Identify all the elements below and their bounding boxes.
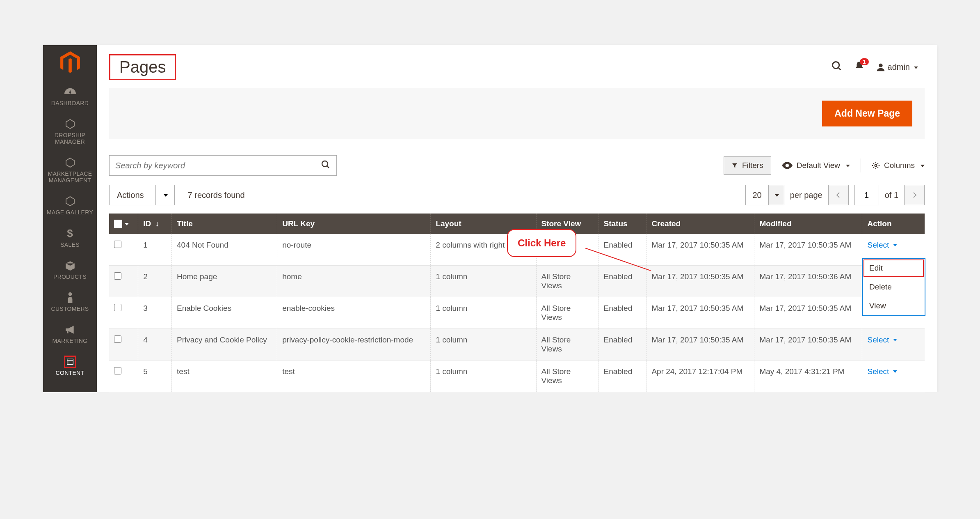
sidebar-item-label: MARKETING: [53, 338, 88, 344]
person-icon: [64, 292, 76, 304]
sidebar-item-label: DASHBOARD: [51, 100, 89, 106]
layout-icon: [64, 356, 76, 368]
sidebar-item-sales[interactable]: $SALES: [43, 222, 97, 254]
next-page-button[interactable]: [904, 185, 925, 205]
grid-controls-bottom: Actions 7 records found 20 per page of 1: [97, 185, 937, 214]
cell-url-key: enable-cookies: [277, 297, 431, 329]
mass-actions-label: Actions: [110, 191, 155, 200]
hexagon-icon: [64, 195, 76, 207]
sidebar-item-marketplace-management[interactable]: MARKETPLACE MANAGEMENT: [43, 151, 97, 189]
row-checkbox[interactable]: [114, 335, 121, 343]
cell-store-view: All Store Views: [536, 361, 599, 392]
callout-click-here: Click Here: [507, 229, 576, 257]
row-action-select[interactable]: Select: [867, 335, 897, 344]
column-header-created[interactable]: Created: [646, 214, 754, 234]
search-submit-icon[interactable]: [321, 160, 331, 172]
cell-status: Enabled: [599, 361, 646, 392]
cell-id: 2: [138, 266, 172, 297]
callout-connector: [585, 248, 651, 273]
cell-layout: 1 column: [431, 297, 536, 329]
cell-created: Mar 17, 2017 10:50:35 AM: [646, 234, 754, 266]
sidebar-item-customers[interactable]: CUSTOMERS: [43, 286, 97, 318]
sidebar-item-label: MARKETPLACE MANAGEMENT: [45, 170, 95, 184]
column-header-id[interactable]: ID ↓: [138, 214, 172, 234]
sidebar-item-dashboard[interactable]: DASHBOARD: [43, 80, 97, 112]
filters-button[interactable]: Filters: [724, 156, 771, 175]
row-checkbox[interactable]: [114, 272, 121, 280]
page-number-input[interactable]: [854, 185, 879, 205]
page-title: Pages: [109, 54, 176, 80]
sidebar-item-label: PRODUCTS: [53, 273, 87, 280]
svg-line-8: [838, 68, 841, 70]
sort-arrow-icon: ↓: [155, 219, 160, 228]
sidebar-item-marketing[interactable]: MARKETING: [43, 318, 97, 350]
mass-actions-dropdown[interactable]: Actions: [109, 185, 175, 205]
cell-status: Enabled: [599, 297, 646, 329]
cell-modified: Mar 17, 2017 10:50:36 AM: [754, 266, 862, 297]
chevron-down-icon[interactable]: [768, 185, 784, 205]
package-icon: [64, 260, 76, 272]
row-action-select[interactable]: Select: [867, 367, 897, 376]
cell-modified: Mar 17, 2017 10:50:35 AM: [754, 234, 862, 266]
action-menu-edit[interactable]: Edit: [863, 259, 925, 278]
table-row: 3Enable Cookiesenable-cookies1 columnAll…: [109, 297, 925, 329]
columns-label: Columns: [884, 161, 915, 170]
select-all-checkbox[interactable]: [114, 220, 122, 228]
column-header-checkbox[interactable]: [109, 214, 138, 234]
row-checkbox[interactable]: [114, 367, 121, 374]
cell-store-view: All Store Views: [536, 329, 599, 361]
search-icon[interactable]: [831, 60, 843, 74]
columns-button[interactable]: Columns: [872, 161, 925, 170]
sidebar-item-dropship-manager[interactable]: DROPSHIP MANAGER: [43, 112, 97, 151]
gear-icon: [872, 161, 880, 170]
row-checkbox[interactable]: [114, 241, 121, 248]
svg-line-11: [327, 166, 329, 168]
page-actions-bar: Add New Page: [109, 88, 925, 139]
sidebar-item-label: CONTENT: [56, 370, 85, 376]
pages-grid: ID ↓TitleURL KeyLayoutStore ViewStatusCr…: [109, 214, 925, 392]
pagination: 20 per page of 1: [745, 185, 925, 205]
app-frame: DASHBOARDDROPSHIP MANAGERMARKETPLACE MAN…: [43, 45, 937, 392]
per-page-select[interactable]: 20: [745, 185, 784, 205]
svg-marker-2: [66, 197, 74, 206]
magento-logo[interactable]: [43, 45, 97, 80]
row-action-select[interactable]: Select: [867, 241, 897, 250]
cell-id: 4: [138, 329, 172, 361]
hexagon-icon: [64, 118, 76, 130]
chevron-down-icon[interactable]: [123, 219, 129, 228]
chevron-down-icon[interactable]: [155, 185, 174, 205]
column-header-modified[interactable]: Modified: [754, 214, 862, 234]
cell-modified: May 4, 2017 4:31:21 PM: [754, 361, 862, 392]
column-header-title[interactable]: Title: [172, 214, 277, 234]
notifications-icon[interactable]: 1: [854, 61, 865, 73]
cell-title: Home page: [172, 266, 277, 297]
dashboard-icon: [64, 86, 76, 98]
column-header-url-key[interactable]: URL Key: [277, 214, 431, 234]
main-content: Pages 1 admin Add New Page: [97, 45, 937, 392]
cell-modified: Mar 17, 2017 10:50:35 AM: [754, 329, 862, 361]
top-actions: 1 admin: [831, 60, 918, 74]
grid-controls-top: Filters Default View Columns: [97, 155, 937, 185]
chevron-down-icon: [912, 62, 918, 72]
sidebar-item-content[interactable]: CONTENT: [43, 350, 97, 382]
cell-url-key: privacy-policy-cookie-restriction-mode: [277, 329, 431, 361]
filters-label: Filters: [742, 161, 763, 170]
action-menu-view[interactable]: View: [863, 296, 925, 315]
sidebar-item-products[interactable]: PRODUCTS: [43, 254, 97, 286]
svg-marker-0: [66, 119, 74, 129]
svg-rect-4: [67, 359, 73, 364]
sidebar-item-label: DROPSHIP MANAGER: [45, 132, 95, 145]
cell-status: Enabled: [599, 329, 646, 361]
action-menu-delete[interactable]: Delete: [863, 278, 925, 296]
per-page-label: per page: [790, 191, 822, 200]
add-new-page-button[interactable]: Add New Page: [822, 101, 912, 126]
search-input[interactable]: [115, 161, 321, 170]
divider: [861, 158, 861, 172]
column-header-action[interactable]: Action: [862, 214, 925, 234]
column-header-status[interactable]: Status: [599, 214, 646, 234]
sidebar-item-mage-gallery[interactable]: MAGE GALLERY: [43, 189, 97, 221]
row-checkbox[interactable]: [114, 304, 121, 311]
default-view-button[interactable]: Default View: [782, 161, 850, 170]
user-menu[interactable]: admin: [876, 62, 918, 72]
prev-page-button[interactable]: [828, 185, 849, 205]
